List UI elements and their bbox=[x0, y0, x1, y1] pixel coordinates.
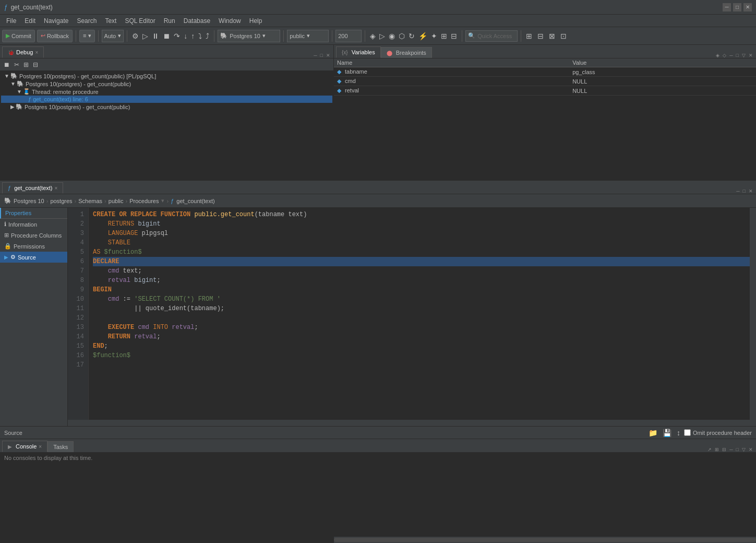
editor-btn-minimize[interactable]: ─ bbox=[735, 188, 740, 194]
breadcrumb-postgres[interactable]: Postgres 10 bbox=[14, 198, 44, 204]
menu-navigate[interactable]: Navigate bbox=[40, 16, 73, 26]
console-btn-expand[interactable]: ▽ bbox=[741, 447, 747, 452]
extra-icon-4[interactable]: ⬡ bbox=[397, 32, 406, 40]
minimize-button[interactable]: ─ bbox=[723, 3, 731, 11]
zoom-input[interactable] bbox=[335, 30, 362, 42]
debug-icon-3[interactable]: ⏸ bbox=[150, 32, 161, 40]
vars-panel-btn-1[interactable]: ◈ bbox=[715, 53, 721, 58]
debug-tab[interactable]: 🐞 Debug × bbox=[2, 46, 44, 58]
tree-item-4[interactable]: ▶ 🐘 Postgres 10(postgres) - get_count(pu… bbox=[1, 103, 332, 111]
vars-panel-expand[interactable]: ✕ bbox=[748, 53, 754, 58]
debug-disconnect-icon[interactable]: ✂ bbox=[13, 61, 21, 68]
breadcrumb-postgres-user[interactable]: postgres bbox=[50, 198, 72, 204]
console-btn-1[interactable]: ↗ bbox=[706, 447, 713, 452]
layout-button[interactable]: ≡ ▾ bbox=[79, 30, 94, 42]
tree-item-3[interactable]: ▷ ƒ get_count(text) line: 6 bbox=[1, 96, 332, 103]
extra-icon-6[interactable]: ⚡ bbox=[417, 32, 429, 40]
properties-tab[interactable]: Properties bbox=[0, 208, 67, 219]
breadcrumb-public[interactable]: public bbox=[109, 198, 124, 204]
console-tab[interactable]: ▶ Console × bbox=[2, 441, 47, 452]
layout-icon-1[interactable]: ⊞ bbox=[524, 32, 534, 40]
tree-item-0[interactable]: ▼ 🐘 Postgres 10(postgres) - get_count(pu… bbox=[1, 72, 332, 80]
debug-panel-maximize[interactable]: □ bbox=[319, 53, 324, 58]
code-hscroll[interactable] bbox=[68, 420, 750, 426]
extra-icon-5[interactable]: ↻ bbox=[407, 32, 416, 40]
editor-btn-expand[interactable]: ✕ bbox=[748, 188, 754, 194]
debug-icon-7[interactable]: ↑ bbox=[189, 32, 196, 40]
extra-icon-9[interactable]: ⊟ bbox=[449, 32, 459, 40]
code-editor[interactable]: 1 2 3 4 5 6 7 8 9 10 11 12 13 14 bbox=[68, 208, 756, 426]
source-icon-2[interactable]: 💾 bbox=[661, 429, 673, 437]
console-btn-2[interactable]: ⊞ bbox=[714, 447, 720, 452]
breadcrumb-procedures[interactable]: Procedures ▾ bbox=[129, 197, 164, 204]
layout-icon-3[interactable]: ⊠ bbox=[547, 32, 557, 40]
extra-icon-2[interactable]: ▷ bbox=[378, 32, 387, 40]
close-button[interactable]: ✕ bbox=[743, 3, 752, 11]
debug-stop-icon[interactable]: ⏹ bbox=[2, 61, 11, 68]
auto-dropdown[interactable]: Auto ▾ bbox=[102, 30, 124, 42]
vars-panel-close[interactable]: ▽ bbox=[741, 53, 747, 58]
breadcrumb-function[interactable]: ƒ get_count(text) bbox=[171, 198, 215, 204]
menu-file[interactable]: File bbox=[2, 16, 20, 26]
commit-button[interactable]: ▶ Commit bbox=[2, 30, 35, 42]
breakpoints-tab[interactable]: ⬤ Breakpoints bbox=[381, 47, 432, 58]
tree-item-1[interactable]: ▼ 🐘 Postgres 10(postgres) - get_count(pu… bbox=[1, 80, 332, 88]
var-row-1[interactable]: ◆ cmd NULL bbox=[334, 77, 756, 86]
code-vscroll[interactable] bbox=[750, 208, 756, 426]
breadcrumb-schemas[interactable]: Schemas bbox=[78, 198, 102, 204]
var-row-2[interactable]: ◆ retval NULL bbox=[334, 86, 756, 96]
console-btn-3[interactable]: ⊟ bbox=[721, 447, 727, 452]
prop-source[interactable]: ▶ ⚙ Source bbox=[0, 252, 67, 263]
menu-search[interactable]: Search bbox=[73, 16, 101, 26]
debug-panel-minimize[interactable]: ─ bbox=[313, 53, 318, 58]
extra-icon-7[interactable]: ✦ bbox=[429, 32, 439, 40]
source-icon-1[interactable]: 📁 bbox=[647, 429, 659, 437]
debug-icon-8[interactable]: ⤵ bbox=[197, 32, 203, 40]
prop-permissions[interactable]: 🔒 Permissions bbox=[0, 241, 67, 252]
var-row-0[interactable]: ◆ tabname pg_class bbox=[334, 67, 756, 77]
debug-icon-4[interactable]: ⏹ bbox=[161, 32, 172, 40]
vars-panel-btn-2[interactable]: ◇ bbox=[722, 53, 727, 58]
source-icon-3[interactable]: ↕ bbox=[675, 429, 682, 437]
debug-panel-close[interactable]: ✕ bbox=[325, 53, 331, 58]
menu-run[interactable]: Run bbox=[160, 16, 179, 26]
console-btn-close[interactable]: ✕ bbox=[748, 447, 754, 452]
debug-icon-2[interactable]: ▷ bbox=[141, 32, 150, 40]
menu-window[interactable]: Window bbox=[214, 16, 245, 26]
menu-edit[interactable]: Edit bbox=[20, 16, 40, 26]
editor-tab[interactable]: ƒ get_count(text) × bbox=[2, 182, 63, 194]
quick-access-box[interactable]: 🔍 Quick Access bbox=[465, 30, 518, 42]
menu-help[interactable]: Help bbox=[245, 16, 267, 26]
layout-icon-4[interactable]: ⊡ bbox=[559, 32, 568, 40]
debug-icon-9[interactable]: ⤴ bbox=[204, 32, 211, 40]
vars-panel-maximize[interactable]: □ bbox=[735, 53, 740, 58]
tree-item-2[interactable]: ▼ 🧵 Thread: remote procedure bbox=[1, 88, 332, 96]
layout-icon-2[interactable]: ⊟ bbox=[536, 32, 545, 40]
menu-database[interactable]: Database bbox=[179, 16, 214, 26]
extra-icon-8[interactable]: ⊞ bbox=[439, 32, 449, 40]
debug-icon-6[interactable]: ↓ bbox=[182, 32, 189, 40]
prop-procedure-columns[interactable]: ⊞ Procedure Columns bbox=[0, 230, 67, 241]
console-btn-minimize[interactable]: ─ bbox=[728, 447, 734, 452]
editor-tab-close[interactable]: × bbox=[55, 185, 58, 191]
debug-icon-1[interactable]: ⚙ bbox=[130, 32, 140, 40]
postgres-dropdown[interactable]: 🐘 Postgres 10 ▾ bbox=[218, 30, 280, 42]
extra-icon-3[interactable]: ◉ bbox=[387, 32, 397, 40]
debug-expand-icon[interactable]: ⊞ bbox=[22, 61, 30, 68]
schema-dropdown[interactable]: public ▾ bbox=[287, 30, 329, 42]
console-btn-maximize[interactable]: □ bbox=[735, 447, 740, 452]
prop-information[interactable]: ℹ Information bbox=[0, 219, 67, 230]
tasks-tab[interactable]: Tasks bbox=[47, 441, 74, 452]
rollback-button[interactable]: ↩ Rollback bbox=[37, 30, 73, 42]
console-tab-close[interactable]: × bbox=[39, 444, 42, 450]
extra-icon-1[interactable]: ◈ bbox=[368, 32, 377, 40]
menu-sql-editor[interactable]: SQL Editor bbox=[121, 16, 159, 26]
vars-panel-minimize[interactable]: ─ bbox=[728, 53, 734, 58]
debug-collapse-icon[interactable]: ⊟ bbox=[31, 61, 40, 68]
omit-checkbox[interactable] bbox=[684, 429, 691, 436]
editor-btn-maximize[interactable]: □ bbox=[742, 188, 747, 194]
maximize-button[interactable]: □ bbox=[733, 3, 741, 11]
debug-icon-5[interactable]: ↷ bbox=[172, 32, 182, 40]
debug-tab-close[interactable]: × bbox=[35, 50, 38, 55]
menu-text[interactable]: Text bbox=[101, 16, 121, 26]
